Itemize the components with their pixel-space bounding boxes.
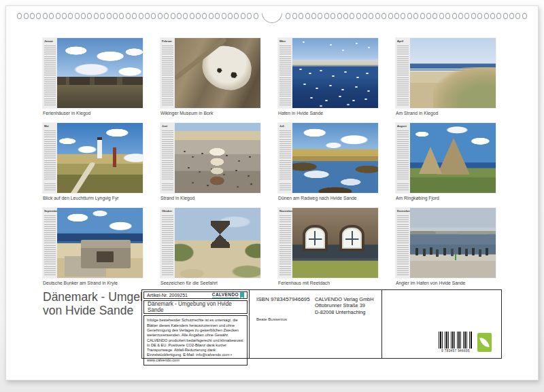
binding-ring [254, 13, 258, 19]
month-label: August [396, 123, 410, 128]
binding-ring [311, 13, 316, 19]
month-tile-mai: Mai Blick auf den Leuchtturm Lyngvig Fyr [43, 123, 143, 201]
photo-caption: Am Strand in Klegod [396, 111, 496, 115]
binding-ring [228, 13, 233, 19]
binding-ring [43, 13, 48, 19]
binding-ring [420, 13, 425, 19]
day-lines [44, 214, 56, 277]
month-tile-dezember: Dezember Angler im Hafen von Hvide Sande [396, 208, 496, 286]
binding-ring [234, 13, 239, 19]
month-tile-märz: März Hafen in Hvide Sande [278, 38, 378, 116]
binding-ring [509, 13, 514, 19]
binding-ring [202, 13, 207, 19]
mini-calendar-page: März [278, 38, 378, 108]
binding-ring [126, 13, 131, 19]
binding-ring [445, 13, 450, 19]
binding-ring [369, 13, 373, 19]
binding-ring [24, 13, 29, 19]
binding-ring [496, 13, 501, 19]
binding-ring [515, 13, 520, 19]
binding-ring [209, 13, 214, 19]
mini-calendar-page: April [396, 38, 496, 108]
calvendo-flag-icon [240, 292, 244, 298]
mini-calendar-strip: Mai [43, 123, 57, 193]
binding-ring [158, 13, 163, 19]
binding-ring [119, 13, 124, 19]
month-photo [292, 123, 378, 193]
leaf-icon [479, 336, 490, 349]
isbn: ISBN 9783457946695 [256, 296, 310, 302]
binding-ring [196, 13, 201, 19]
binding-ring [452, 13, 457, 19]
binding-ring [151, 13, 156, 19]
barcode-digits: 9 783457 946695 [439, 349, 473, 353]
binding-ring [330, 13, 335, 19]
article-number: Artikel-Nr. 2009251 [147, 293, 188, 298]
binding-ring [183, 13, 188, 19]
spiral-binding [6, 13, 538, 25]
binding-ring [413, 13, 418, 19]
binding-ring [56, 13, 61, 19]
month-photo [57, 123, 143, 193]
mini-calendar-page: Mai [43, 123, 143, 193]
month-tile-april: April Am Strand in Klegod [396, 38, 496, 116]
article-number-box: Artikel-Nr. 2009251 CALVENDO [143, 291, 248, 299]
day-lines [162, 129, 173, 192]
photo-caption: Seezeichen für die Seefahrt [160, 281, 260, 285]
photo-caption: Hafen in Hvide Sande [278, 111, 378, 115]
binding-ring [17, 13, 22, 19]
month-photo [410, 38, 496, 108]
barcode-block: 9 783457 946695 [439, 332, 473, 353]
month-tile-september: September Deutsche Bunker am Strand in K… [43, 208, 143, 286]
publisher-line1: CALVENDO Verlag GmbH [315, 296, 374, 302]
mini-calendar-strip: August [396, 123, 410, 193]
binding-ring [439, 13, 444, 19]
publisher-line2: Ottobrunner Straße 39 [315, 302, 374, 308]
binding-ring [407, 13, 412, 19]
binding-ring [139, 13, 143, 19]
photo-caption: Blick auf den Leuchtturm Lyngvig Fyr [43, 196, 143, 200]
photo-caption: Strand in Klegod [160, 196, 260, 200]
day-lines [279, 214, 291, 277]
mini-calendar-page: Januar [43, 38, 143, 108]
month-photo [175, 123, 260, 193]
month-tile-februar: Februar Wikinger Museum in Bork [160, 38, 260, 116]
day-lines [279, 129, 291, 192]
binding-ring [36, 13, 41, 19]
binding-ring [362, 13, 367, 19]
mini-calendar-strip: September [43, 208, 57, 278]
binding-ring [458, 13, 463, 19]
mini-calendar-page: November [278, 208, 378, 278]
photo-caption: Am Ringkøbing Fjord [396, 196, 496, 200]
month-photo [175, 208, 260, 278]
binding-ring [324, 13, 329, 19]
binding-ring [337, 13, 342, 19]
eco-leaf-logo [477, 333, 492, 352]
binding-ring [100, 13, 105, 19]
binding-ring [164, 13, 169, 19]
mini-calendar-strip: April [396, 38, 410, 108]
binding-ring [381, 13, 386, 19]
month-tile-januar: Januar Ferienhäuser in Klegod [43, 38, 143, 116]
info-left-column: Artikel-Nr. 2009251 CALVENDO Dänemark - … [142, 290, 250, 358]
binding-ring [132, 13, 137, 19]
binding-ring [62, 13, 67, 19]
binding-ring [247, 13, 252, 19]
mini-calendar-page: Februar [160, 38, 260, 108]
publisher-line3: D-82008 Unterhaching [315, 309, 374, 315]
hanger-notch [262, 13, 282, 23]
binding-ring [471, 13, 476, 19]
month-tile-juli: Juli Dünen am Radweg nach Hvide Sande [278, 123, 378, 201]
photo-caption: Ferienhaus mit Reetdach [278, 281, 378, 285]
binding-ring [401, 13, 405, 19]
binding-ring [350, 13, 354, 19]
binding-ring [87, 13, 92, 19]
binding-ring [375, 13, 380, 19]
legal-text: Infolge bestehender Schutzrechte ist es … [143, 315, 248, 365]
binding-ring [68, 13, 73, 19]
day-lines [397, 129, 409, 192]
binding-ring [388, 13, 393, 19]
binding-ring [171, 13, 175, 19]
author-name: Beate Bussenius [256, 317, 287, 321]
binding-ring [215, 13, 220, 19]
